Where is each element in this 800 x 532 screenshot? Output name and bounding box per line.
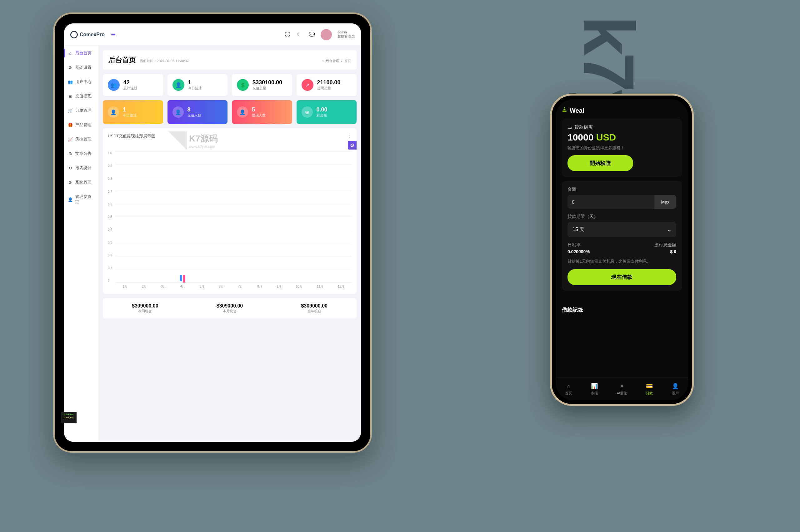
interest-label: 應付息金額: [654, 242, 676, 248]
user-meta: admin 超级管理员: [338, 30, 355, 39]
sidebar-item[interactable]: ⚙系统管理: [64, 175, 98, 190]
chart-box: USDT充值提现柱形展示图 ⋮ ⚙ K7源码 www.k7ym.com 00.1…: [103, 128, 357, 294]
home-icon[interactable]: ⌂: [322, 59, 324, 63]
sidebar-item[interactable]: ▣充值提现: [64, 89, 98, 103]
x-tick: 7月: [238, 284, 243, 289]
card-icon: ⊕: [302, 107, 313, 118]
tab-icon: ⌂: [567, 383, 570, 390]
logo-icon: [69, 30, 79, 39]
sidebar-icon: 🛒: [68, 108, 73, 113]
sidebar-icon: ⚙: [68, 180, 73, 185]
card-icon: 👤: [172, 107, 184, 118]
dark-mode-icon[interactable]: ☾: [297, 32, 303, 37]
sidebar-item[interactable]: 👤管理员管理: [64, 190, 98, 209]
stat-value: $309000.00: [193, 303, 267, 309]
amount-label: 金額: [567, 187, 676, 192]
card-label: 充值总量: [253, 86, 282, 91]
logo-text: ComexPro: [80, 32, 105, 37]
card-value: 5: [252, 107, 266, 113]
sidebar-item[interactable]: ⚙基础设置: [64, 60, 98, 75]
download-speed: ↓ 1.0 KB/s: [64, 416, 75, 419]
phone-header: ≜ Weal: [556, 99, 688, 119]
amount-input[interactable]: [567, 195, 654, 209]
term-select[interactable]: 15 天 ⌄: [567, 222, 676, 237]
tab[interactable]: 💳貸款: [646, 383, 653, 396]
x-tick: 11月: [317, 284, 324, 289]
card-icon: 👤: [237, 107, 248, 118]
chat-icon[interactable]: 💬: [309, 32, 315, 37]
sidebar-label: 报表统计: [75, 165, 92, 171]
loan-limit-card: ▭ 貸款額度 10000 USD 驗證您的身份並獲得更多服務！ 開始驗證: [562, 119, 682, 177]
borrow-button[interactable]: 現在借款: [567, 269, 676, 285]
loan-limit-label: ▭ 貸款額度: [567, 124, 676, 130]
phone-logo-icon: ≜: [562, 107, 567, 114]
y-tick: 0: [108, 279, 112, 283]
breadcrumb-current: 首页: [344, 59, 351, 63]
stat-value: $309000.00: [108, 303, 182, 309]
gradient-card: 👤1今日激活: [103, 100, 163, 124]
y-tick: 0.7: [108, 190, 112, 193]
verify-button[interactable]: 開始驗證: [567, 155, 633, 171]
term-value: 15 天: [572, 226, 584, 233]
logo[interactable]: ComexPro: [70, 31, 105, 38]
tab-icon: 📊: [591, 383, 598, 390]
card-value: 42: [124, 79, 137, 86]
y-tick: 0.1: [108, 266, 112, 270]
interest-value: $ 0: [670, 249, 676, 254]
sidebar-label: 基础设置: [75, 64, 92, 70]
stat-label: 本月统合: [193, 309, 267, 314]
x-tick: 6月: [219, 284, 224, 289]
tab[interactable]: 📊市場: [591, 383, 598, 396]
y-tick: 0.2: [108, 253, 112, 257]
chart: 00.10.20.30.40.50.60.70.80.91.0 1月2月3月4月…: [115, 151, 351, 289]
page-title: 后台首页: [108, 55, 136, 64]
card-value: $330100.00: [253, 79, 282, 86]
tab-label: 貸款: [646, 391, 653, 396]
sidebar-item[interactable]: 📈风控管理: [64, 132, 98, 147]
chart-more-icon[interactable]: ⋮: [347, 133, 352, 139]
x-tick: 3月: [161, 284, 166, 289]
menu-toggle-icon[interactable]: ≡: [111, 30, 116, 39]
sidebar-label: 用户中心: [75, 79, 92, 84]
gradient-card: 👤8充值人数: [167, 100, 228, 124]
tab[interactable]: ✦AI量化: [617, 383, 627, 396]
sidebar-item[interactable]: 🎁产品管理: [64, 118, 98, 132]
phone-device: ≜ Weal ▭ 貸款額度 10000 USD 驗證您的身份並獲得更多服務！ 開…: [550, 94, 694, 406]
sidebar-item[interactable]: 🛒订单管理: [64, 103, 98, 118]
sidebar-icon: ⌂: [68, 51, 73, 56]
sidebar-item[interactable]: 👥用户中心: [64, 75, 98, 89]
tab-icon: 👤: [672, 383, 679, 390]
sidebar-label: 文章公告: [75, 151, 92, 156]
stat-label: 全年统合: [277, 309, 351, 314]
x-tick: 12月: [338, 284, 344, 289]
tab[interactable]: ⌂首頁: [565, 383, 572, 396]
tab-label: AI量化: [617, 391, 627, 396]
tab-label: 首頁: [565, 391, 572, 396]
tab-label: 市場: [591, 391, 598, 396]
summary-stat: $309000.00本月统合: [187, 298, 272, 319]
card-icon: 👤: [172, 79, 184, 91]
chevron-down-icon: ⌄: [667, 227, 671, 233]
card-icon: ↗: [302, 79, 313, 91]
sidebar-icon: ↻: [68, 166, 73, 170]
x-axis: 1月2月3月4月5月6月7月8月9月10月11月12月: [115, 284, 351, 289]
y-tick: 0.6: [108, 203, 112, 206]
max-button[interactable]: Max: [654, 195, 676, 209]
avatar[interactable]: [321, 29, 332, 40]
sidebar-icon: 🎁: [68, 123, 73, 127]
sidebar-item[interactable]: ↻报表统计: [64, 161, 98, 175]
fullscreen-icon[interactable]: ⛶: [285, 32, 291, 37]
sidebar-item[interactable]: ⌂后台首页: [64, 46, 98, 60]
tab-label: 賬戶: [672, 391, 679, 396]
chart-settings-icon[interactable]: ⚙: [348, 141, 357, 150]
header-right: ⛶ ☾ 💬 admin 超级管理员: [285, 29, 355, 40]
chart-title: USDT充值提现柱形展示图: [108, 133, 351, 139]
currency: USD: [596, 132, 616, 142]
card-label: 今日注册: [188, 86, 202, 91]
sidebar-label: 风控管理: [75, 136, 92, 142]
sidebar-item[interactable]: 🗎文章公告: [64, 147, 98, 161]
tab[interactable]: 👤賬戶: [672, 383, 679, 396]
card-label: 充值人数: [187, 113, 201, 118]
stat-card: 💲$330100.00充值总量: [232, 74, 292, 96]
breadcrumb-mid[interactable]: 后台管理: [326, 59, 339, 63]
